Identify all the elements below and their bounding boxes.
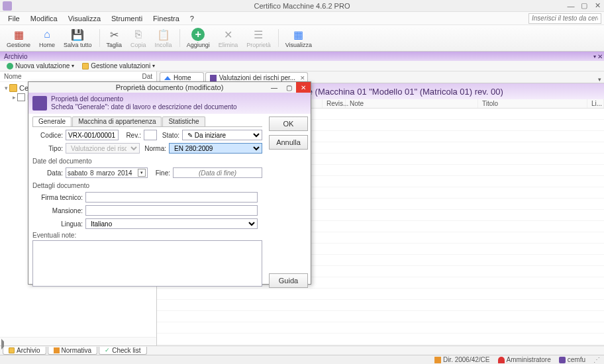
label-mansione: Mansione: xyxy=(32,207,83,214)
menu-modifica[interactable]: Modifica xyxy=(25,13,63,24)
menu-finestra[interactable]: Finestra xyxy=(148,13,185,24)
user-icon xyxy=(498,357,505,363)
ribbon-incolla: 📋Incolla xyxy=(151,26,177,50)
subtool-gestione[interactable]: Gestione valutazioni▾ xyxy=(78,62,159,69)
dlg-tab-generale[interactable]: Generale xyxy=(32,116,72,126)
menu-visualizza[interactable]: Visualizza xyxy=(63,13,106,24)
ribbon: ▦Gestione ⌂Home 💾Salva tutto ✂Taglia ⎘Co… xyxy=(0,25,604,52)
select-stato[interactable]: ✎ Da iniziare xyxy=(182,130,262,140)
dialog-header-line2: Scheda "Generale": date di lavoro e desc… xyxy=(51,103,237,112)
calendar-icon[interactable]: ▾ xyxy=(138,169,146,177)
input-fine[interactable] xyxy=(173,167,262,178)
textarea-note[interactable] xyxy=(32,240,262,287)
label-codice: Codice: xyxy=(32,132,63,139)
project-icon xyxy=(17,93,25,101)
dialog-close[interactable]: ✕ xyxy=(296,82,311,93)
subtoolbar: Nuova valutazione▾ Gestione valutazioni▾ xyxy=(0,61,604,71)
properties-dialog: Proprietà documento (modificato) — ▢ ✕ P… xyxy=(28,81,311,285)
dialog-title: Proprietà documento (modificato) xyxy=(116,83,224,91)
search-input[interactable] xyxy=(528,13,601,24)
section-close[interactable]: ✕ xyxy=(597,53,603,60)
statusbar: Dir. 2006/42/CE Amministratore cemfu ⋰ xyxy=(0,355,604,364)
dialog-minimize[interactable]: — xyxy=(267,82,281,93)
window-minimize[interactable]: — xyxy=(564,1,578,11)
app-title: Certifico Macchine 4.6.2 PRO xyxy=(254,2,350,10)
tab-close-icon[interactable]: ✕ xyxy=(300,75,305,81)
label-fine: Fine: xyxy=(150,169,170,177)
dialog-header-icon xyxy=(32,96,47,111)
select-norma[interactable]: EN 280:2009 xyxy=(169,143,262,154)
window-maximize[interactable]: ▢ xyxy=(578,1,591,11)
col-titolo[interactable]: Titolo xyxy=(478,99,587,108)
ribbon-home[interactable]: ⌂Home xyxy=(35,26,60,50)
menu-strumenti[interactable]: Strumenti xyxy=(106,13,148,24)
dialog-form: Generale Macchina di appartenenza Statis… xyxy=(28,114,266,291)
label-data: Data: xyxy=(32,169,63,177)
help-button[interactable]: Guida xyxy=(269,273,308,288)
btab-normativa[interactable]: Normativa xyxy=(48,347,98,355)
ribbon-salva[interactable]: 💾Salva tutto xyxy=(60,26,97,50)
label-firma: Firma tecnico: xyxy=(32,194,83,201)
input-mansione[interactable] xyxy=(85,205,258,216)
dialog-titlebar: Proprietà documento (modificato) — ▢ ✕ xyxy=(28,82,311,93)
status-dir: Dir. 2006/42/CE xyxy=(443,356,490,363)
titlebar: Certifico Macchine 4.6.2 PRO — ▢ ✕ xyxy=(0,0,604,12)
col-revis[interactable]: Revis... xyxy=(323,99,346,108)
input-codice[interactable] xyxy=(66,130,119,140)
dlg-tab-macchina[interactable]: Macchina di appartenenza xyxy=(72,116,162,126)
subtool-nuova[interactable]: Nuova valutazione▾ xyxy=(3,62,78,69)
ribbon-proprieta: ☰Proprietà xyxy=(242,26,276,50)
label-norma: Norma: xyxy=(142,145,166,152)
plus-icon xyxy=(7,63,13,69)
status-user: cemfu xyxy=(568,356,585,363)
tabs-dropdown[interactable]: ▾ xyxy=(598,76,601,83)
company-icon xyxy=(9,84,17,92)
sidebar-hscroll[interactable] xyxy=(0,337,156,345)
ribbon-elimina: ✕Elimina xyxy=(215,26,243,50)
menu-file[interactable]: File xyxy=(3,13,25,24)
check-icon: ✓ xyxy=(105,347,110,353)
select-tipo: Valutazione dei rischi personalizzata xyxy=(66,143,140,154)
section-strip: Archivio ▾ ✕ xyxy=(0,52,604,61)
label-lingua: Lingua: xyxy=(32,220,83,228)
tree-col-name: Nome xyxy=(4,73,126,80)
section-dropdown[interactable]: ▾ xyxy=(593,54,596,60)
ribbon-gestione[interactable]: ▦Gestione xyxy=(3,26,35,50)
col-li[interactable]: Li... xyxy=(587,99,604,108)
app-icon xyxy=(3,1,12,11)
ok-button[interactable]: OK xyxy=(269,116,308,131)
expander-icon[interactable]: ▸ xyxy=(11,94,17,101)
menubar: File Modifica Visualizza Strumenti Fines… xyxy=(0,12,604,25)
ribbon-taglia[interactable]: ✂Taglia xyxy=(103,26,127,50)
input-firma[interactable] xyxy=(85,192,258,203)
dialog-maximize[interactable]: ▢ xyxy=(281,82,296,93)
risk-icon xyxy=(210,75,217,81)
directive-icon xyxy=(434,357,441,363)
dialog-header: Proprietà del documento Scheda "Generale… xyxy=(28,93,311,114)
ribbon-aggiungi[interactable]: +Aggiungi xyxy=(183,26,215,50)
tree-col-date: Dat xyxy=(126,73,152,80)
ribbon-visualizza[interactable]: ▦Visualizza xyxy=(281,26,317,50)
statusbar-resize[interactable]: ⋰ xyxy=(593,356,600,363)
label-stato: Stato: xyxy=(160,132,179,139)
select-lingua[interactable]: Italiano xyxy=(85,218,258,229)
ribbon-copia: ⎘Copia xyxy=(126,26,151,50)
cancel-button[interactable]: Annulla xyxy=(269,135,308,150)
section-label: Archivio xyxy=(4,53,28,60)
col-note[interactable]: Note xyxy=(346,99,478,108)
label-tipo: Tipo: xyxy=(32,145,63,152)
status-role: Amministratore xyxy=(507,356,551,363)
btab-checklist[interactable]: ✓Check list xyxy=(99,347,146,355)
dlg-tab-statistiche[interactable]: Statistiche xyxy=(162,116,205,126)
expander-icon[interactable]: ▾ xyxy=(3,85,9,91)
section-dettagli: Dettagli documento xyxy=(32,182,262,189)
section-date: Date del documento xyxy=(32,158,262,165)
label-note: Eventuali note: xyxy=(32,232,262,239)
archive-icon xyxy=(9,347,15,353)
menu-help[interactable]: ? xyxy=(185,13,199,24)
normativa-icon xyxy=(54,347,60,353)
window-close[interactable]: ✕ xyxy=(591,1,604,11)
dialog-header-line1: Proprietà del documento xyxy=(51,95,237,104)
date-picker[interactable]: sabato 8 marzo 2014 ▾ xyxy=(66,167,148,178)
input-rev[interactable] xyxy=(144,130,157,140)
